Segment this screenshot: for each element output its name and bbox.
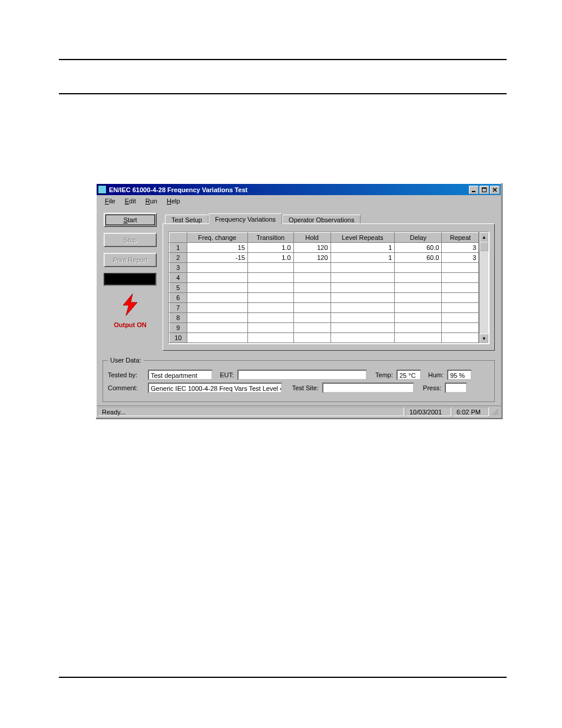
tab-strip: Test Setup Frequency Variations Operator… xyxy=(165,210,495,223)
table-row[interactable]: 4 xyxy=(170,273,479,283)
svg-rect-2 xyxy=(482,187,487,189)
scroll-up-icon[interactable]: ▲ xyxy=(480,232,488,242)
table-row[interactable]: 8 xyxy=(170,313,479,323)
col-level-repeats[interactable]: Level Repeats xyxy=(330,233,395,243)
tested-by-field[interactable]: Test department xyxy=(148,370,213,380)
status-date: 10/03/2001 xyxy=(405,407,451,416)
stop-button[interactable]: Stop xyxy=(104,233,157,247)
svg-marker-5 xyxy=(123,294,137,316)
svg-rect-0 xyxy=(472,191,475,192)
grid-corner xyxy=(170,233,187,243)
table-row[interactable]: 9 xyxy=(170,323,479,333)
table-row[interactable]: 3 xyxy=(170,263,479,273)
menu-bar: File Edit Run Help xyxy=(97,195,501,206)
col-hold[interactable]: Hold xyxy=(293,233,330,243)
col-transition[interactable]: Transition xyxy=(247,233,293,243)
window-title: EN/IEC 61000-4-28 Frequency Variations T… xyxy=(109,186,469,193)
table-row[interactable]: 5 xyxy=(170,283,479,293)
resize-gripper-icon[interactable] xyxy=(490,407,500,416)
eut-field[interactable] xyxy=(237,370,367,380)
maximize-button[interactable] xyxy=(480,186,489,194)
table-row[interactable]: 10 xyxy=(170,333,479,343)
data-grid[interactable]: Freq. change Transition Hold Level Repea… xyxy=(168,231,490,344)
tab-panel: Freq. change Transition Hold Level Repea… xyxy=(163,223,495,351)
status-bar: Ready... 10/03/2001 6:02 PM xyxy=(97,406,501,417)
svg-line-8 xyxy=(497,414,498,415)
status-ready: Ready... xyxy=(98,407,404,416)
press-field[interactable] xyxy=(445,383,467,393)
menu-file[interactable]: File xyxy=(100,196,120,206)
col-delay[interactable]: Delay xyxy=(395,233,442,243)
user-data-legend: User Data: xyxy=(108,357,144,364)
temp-field[interactable]: 25 °C xyxy=(396,370,421,380)
eut-label: EUT: xyxy=(216,371,234,378)
status-indicator xyxy=(104,273,157,286)
lightning-icon xyxy=(115,293,145,317)
close-button[interactable] xyxy=(490,186,500,194)
app-window: EN/IEC 61000-4-28 Frequency Variations T… xyxy=(95,183,502,419)
menu-help[interactable]: Help xyxy=(162,196,185,206)
print-report-button[interactable]: Print Report xyxy=(104,253,157,267)
table-row[interactable]: 6 xyxy=(170,293,479,303)
status-time: 6:02 PM xyxy=(452,407,489,416)
app-icon xyxy=(98,185,107,194)
tested-by-label: Tested by: xyxy=(108,371,144,378)
tab-frequency-variations[interactable]: Frequency Variations xyxy=(209,213,282,224)
comment-field[interactable]: Generic IEC 1000-4-28 Freq Vars Test Lev… xyxy=(148,383,282,393)
comment-label: Comment: xyxy=(108,384,144,391)
temp-label: Temp: xyxy=(371,371,393,378)
col-repeat[interactable]: Repeat xyxy=(442,233,479,243)
test-site-label: Test Site: xyxy=(286,384,319,391)
press-label: Press: xyxy=(418,384,441,391)
test-site-field[interactable] xyxy=(322,383,414,393)
scroll-down-icon[interactable]: ▼ xyxy=(480,334,488,343)
start-button[interactable]: Start xyxy=(104,213,157,227)
table-row[interactable]: 7 xyxy=(170,303,479,313)
scroll-track[interactable] xyxy=(480,251,488,334)
table-row[interactable]: 1151.0120160.03 xyxy=(170,243,479,253)
col-freq-change[interactable]: Freq. change xyxy=(187,233,247,243)
user-data-group: User Data: Tested by: Test department EU… xyxy=(103,357,495,402)
grid-scrollbar[interactable]: ▲ ▼ xyxy=(479,232,488,343)
scroll-thumb[interactable] xyxy=(480,242,488,251)
output-on-label: Output ON xyxy=(114,321,147,328)
hum-label: Hum: xyxy=(425,371,444,378)
title-bar[interactable]: EN/IEC 61000-4-28 Frequency Variations T… xyxy=(97,184,501,195)
table-row[interactable]: 2-151.0120160.03 xyxy=(170,253,479,263)
hum-field[interactable]: 95 % xyxy=(447,370,472,380)
menu-edit[interactable]: Edit xyxy=(120,196,141,206)
menu-run[interactable]: Run xyxy=(141,196,162,206)
minimize-button[interactable] xyxy=(469,186,478,194)
